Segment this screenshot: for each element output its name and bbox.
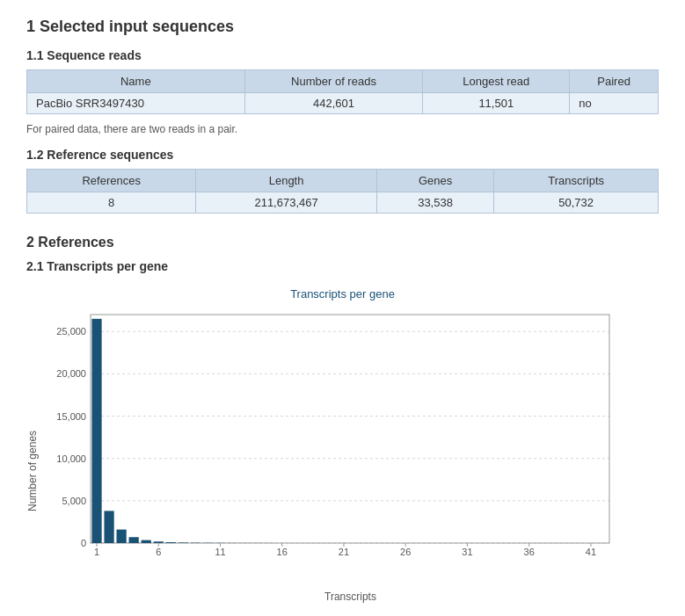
section-1-title: 1 Selected input sequences [26,18,659,36]
section-2: 2 References 2.1 Transcripts per gene Tr… [26,235,659,603]
svg-text:6: 6 [156,547,161,557]
col-num-reads: Number of reads [244,70,423,93]
seq-reads-subtitle: 1.1 Sequence reads [26,48,659,62]
svg-text:25,000: 25,000 [56,326,86,337]
svg-text:0: 0 [81,538,86,548]
svg-text:10,000: 10,000 [56,453,86,464]
chart-area: Transcripts per gene Number of genes 05,… [26,287,659,603]
seq-reads-note: For paired data, there are two reads in … [26,123,659,135]
cell-genes: 33,538 [376,192,494,214]
cell-num-reads: 442,601 [244,93,423,114]
seq-reads-header-row: Name Number of reads Longest read Paired [27,70,659,93]
svg-rect-18 [154,541,164,543]
seq-reads-table: Name Number of reads Longest read Paired… [26,69,659,114]
cell-longest-read: 11,501 [423,93,570,114]
svg-rect-19 [166,542,176,543]
chart-container: Number of genes 05,00010,00015,00020,000… [26,306,659,603]
svg-rect-17 [142,540,151,543]
table-row: 8 211,673,467 33,538 50,732 [27,192,659,214]
ref-seq-header-row: References Length Genes Transcripts [27,170,659,192]
chart-title: Transcripts per gene [26,287,659,301]
cell-transcripts: 50,732 [494,192,659,214]
svg-text:11: 11 [215,547,225,557]
ref-seq-table: References Length Genes Transcripts 8 21… [26,169,659,214]
cell-length: 211,673,467 [196,192,376,214]
col-references: References [27,170,196,192]
svg-rect-13 [91,319,101,543]
col-longest-read: Longest read [423,70,570,93]
seq-reads-section: 1.1 Sequence reads Name Number of reads … [26,48,659,135]
svg-rect-12 [91,315,609,543]
svg-text:20,000: 20,000 [56,368,86,379]
svg-rect-14 [104,511,113,543]
col-transcripts: Transcripts [494,170,659,192]
cell-references: 8 [27,192,196,214]
svg-rect-15 [117,530,127,543]
svg-text:1: 1 [94,547,99,557]
svg-text:15,000: 15,000 [56,411,86,422]
transcripts-per-gene-section: 2.1 Transcripts per gene Transcripts per… [26,259,659,603]
ref-seq-subtitle: 1.2 Reference sequences [26,148,659,162]
y-axis-label: Number of genes [26,339,39,603]
svg-rect-16 [129,537,139,543]
col-genes: Genes [376,170,494,192]
svg-text:26: 26 [400,547,411,557]
cell-paired: no [570,93,659,114]
svg-text:41: 41 [586,547,596,557]
svg-text:21: 21 [339,547,349,557]
svg-text:31: 31 [462,547,472,557]
cell-name: PacBio SRR3497430 [27,93,245,114]
chart-inner: 05,00010,00015,00020,00025,0001611162126… [42,306,659,603]
section-1: 1 Selected input sequences 1.1 Sequence … [26,18,659,214]
svg-text:5,000: 5,000 [62,496,86,506]
svg-text:16: 16 [277,547,288,557]
col-length: Length [196,170,376,192]
ref-sequences-section: 1.2 Reference sequences References Lengt… [26,148,659,214]
bar-chart: 05,00010,00015,00020,00025,0001611162126… [42,306,623,587]
section-2-title: 2 References [26,235,659,250]
transcripts-subtitle: 2.1 Transcripts per gene [26,259,659,273]
col-name: Name [27,70,245,93]
svg-rect-20 [179,542,188,543]
table-row: PacBio SRR3497430 442,601 11,501 no [27,93,659,114]
col-paired: Paired [570,70,659,93]
svg-text:36: 36 [524,547,535,557]
x-axis-label: Transcripts [42,591,659,603]
